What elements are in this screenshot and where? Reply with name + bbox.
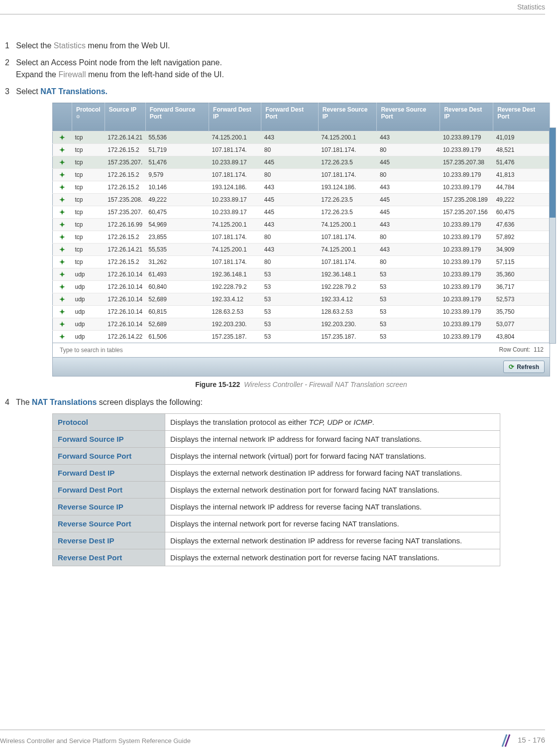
table-row[interactable]: ✦tcp172.26.15.223,855107.181.174.80107.1…: [53, 231, 550, 244]
table-row[interactable]: ✦tcp172.26.15.29,579107.181.174.80107.18…: [53, 169, 550, 181]
cell: 54,969: [145, 219, 209, 231]
cell: 74.125.200.1: [209, 219, 261, 231]
cell: 443: [261, 244, 318, 256]
col-rev-dest-ip[interactable]: Reverse Dest IP: [440, 103, 493, 131]
cell: 10.233.89.179: [440, 244, 493, 256]
expand-row-icon[interactable]: ✦: [53, 318, 72, 331]
cell: 192.203.230.: [318, 318, 377, 331]
expand-row-icon[interactable]: ✦: [53, 206, 72, 219]
expand-row-icon[interactable]: ✦: [53, 306, 72, 318]
table-row[interactable]: ✦tcp172.26.15.210,146193.124.186.443193.…: [53, 181, 550, 194]
table-row[interactable]: ✦tcp172.26.16.9954,96974.125.200.144374.…: [53, 219, 550, 231]
cell: 55,536: [145, 131, 209, 144]
desc-text: Displays the external network destinatio…: [165, 532, 500, 549]
cell: 35,750: [493, 306, 550, 318]
col-rev-src-ip[interactable]: Reverse Source IP: [318, 103, 377, 131]
cell: 157.235.208.: [105, 194, 145, 206]
table-row[interactable]: ✦tcp157.235.208.49,22210.233.89.17445172…: [53, 194, 550, 206]
col-fwd-src-ip[interactable]: Source IP: [105, 103, 145, 131]
desc-term: Forward Source IP: [53, 431, 165, 448]
expand-row-icon[interactable]: ✦: [53, 169, 72, 181]
table-row[interactable]: ✦tcp172.26.14.2155,53574.125.200.144374.…: [53, 244, 550, 256]
desc-term: Reverse Source IP: [53, 499, 165, 515]
cell: 10.233.89.179: [440, 268, 493, 281]
cell: 107.181.174.: [209, 144, 261, 156]
table-row[interactable]: ✦udp172.26.10.1461,493192.36.148.153192.…: [53, 268, 550, 281]
desc-term: Reverse Dest IP: [53, 532, 165, 549]
cell: 10.233.89.179: [440, 131, 493, 144]
scrollbar-thumb[interactable]: [550, 128, 556, 218]
col-fwd-dest-ip[interactable]: Forward Dest IP: [209, 103, 261, 131]
table-search-input[interactable]: [59, 346, 160, 354]
cell: tcp: [72, 219, 105, 231]
cell: 80: [261, 144, 318, 156]
scrollbar[interactable]: [549, 127, 556, 344]
nat-translations-table: Protocol⊙ Source IP Forward Source Port …: [52, 103, 550, 343]
table-row[interactable]: ✦tcp157.235.207.60,47510.233.89.17445172…: [53, 206, 550, 219]
cell: 172.26.16.99: [105, 219, 145, 231]
cell: 80: [377, 144, 440, 156]
cell: 61,493: [145, 268, 209, 281]
cell: 80: [377, 169, 440, 181]
cell: 192.203.230.: [209, 318, 261, 331]
expand-row-icon[interactable]: ✦: [53, 219, 72, 231]
col-protocol[interactable]: Protocol⊙: [72, 103, 105, 131]
desc-text: Displays the translation protocol as eit…: [165, 414, 500, 431]
cell: 443: [377, 219, 440, 231]
cell: 10.233.89.179: [440, 181, 493, 194]
expand-row-icon[interactable]: ✦: [53, 181, 72, 194]
cell: 53: [261, 318, 318, 331]
cell: 128.63.2.53: [318, 306, 377, 318]
expand-row-icon[interactable]: ✦: [53, 144, 72, 156]
table-footer: Row Count: 112: [52, 343, 550, 358]
cell: 157.235.207.38: [440, 156, 493, 169]
refresh-button[interactable]: ⟳ Refresh: [503, 361, 545, 373]
cell: 74.125.200.1: [318, 244, 377, 256]
cell: 172.26.15.2: [105, 144, 145, 156]
col-fwd-src-port[interactable]: Forward Source Port: [145, 103, 209, 131]
table-row[interactable]: ✦tcp157.235.207.51,47610.233.89.17445172…: [53, 156, 550, 169]
table-row[interactable]: ✦udp172.26.10.1460,815128.63.2.5353128.6…: [53, 306, 550, 318]
cell: 49,222: [145, 194, 209, 206]
cell: tcp: [72, 194, 105, 206]
desc-term: Reverse Dest Port: [53, 549, 165, 566]
table-row[interactable]: ✦udp172.26.10.1460,840192.228.79.253192.…: [53, 281, 550, 293]
footer-page: 15 - 176: [500, 734, 545, 747]
cell: 445: [377, 156, 440, 169]
cell: 31,262: [145, 256, 209, 268]
expand-row-icon[interactable]: ✦: [53, 244, 72, 256]
expand-row-icon[interactable]: ✦: [53, 268, 72, 281]
table-row[interactable]: ✦udp172.26.10.1452,689192.33.4.1253192.3…: [53, 293, 550, 306]
table-row[interactable]: ✦tcp172.26.15.231,262107.181.174.80107.1…: [53, 256, 550, 268]
expand-row-icon[interactable]: ✦: [53, 293, 72, 306]
cell: 41,813: [493, 169, 550, 181]
cell: tcp: [72, 144, 105, 156]
cell: 443: [261, 219, 318, 231]
desc-row: Reverse Source IPDisplays the internal n…: [53, 499, 500, 515]
expand-row-icon[interactable]: ✦: [53, 331, 72, 343]
table-row[interactable]: ✦udp172.26.14.2261,506157.235.187.53157.…: [53, 331, 550, 343]
row-count: Row Count: 112: [499, 346, 544, 354]
cell: 52,573: [493, 293, 550, 306]
expand-row-icon[interactable]: ✦: [53, 156, 72, 169]
desc-text: Displays the internal network (virtual) …: [165, 448, 500, 465]
expand-row-icon[interactable]: ✦: [53, 256, 72, 268]
table-row[interactable]: ✦tcp172.26.15.251,719107.181.174.80107.1…: [53, 144, 550, 156]
step-4: 4 The NAT Translations screen displays t…: [5, 396, 545, 408]
desc-row: Reverse Source PortDisplays the internal…: [53, 515, 500, 532]
col-fwd-dest-port[interactable]: Forward Dest Port: [261, 103, 318, 131]
expand-row-icon[interactable]: ✦: [53, 131, 72, 144]
cell: 443: [377, 244, 440, 256]
table-row[interactable]: ✦udp172.26.10.1452,689192.203.230.53192.…: [53, 318, 550, 331]
cell: 172.26.10.14: [105, 293, 145, 306]
col-rev-src-port[interactable]: Reverse Source Port: [377, 103, 440, 131]
cell: 107.181.174.: [209, 231, 261, 244]
expand-row-icon[interactable]: ✦: [53, 281, 72, 293]
col-rev-dest-port[interactable]: Reverse Dest Port: [493, 103, 550, 131]
table-row[interactable]: ✦tcp172.26.14.2155,53674.125.200.144374.…: [53, 131, 550, 144]
expand-row-icon[interactable]: ✦: [53, 194, 72, 206]
sort-icon: ⊙: [76, 114, 101, 119]
cell: 53: [261, 306, 318, 318]
col-expand[interactable]: [53, 103, 72, 131]
expand-row-icon[interactable]: ✦: [53, 231, 72, 244]
